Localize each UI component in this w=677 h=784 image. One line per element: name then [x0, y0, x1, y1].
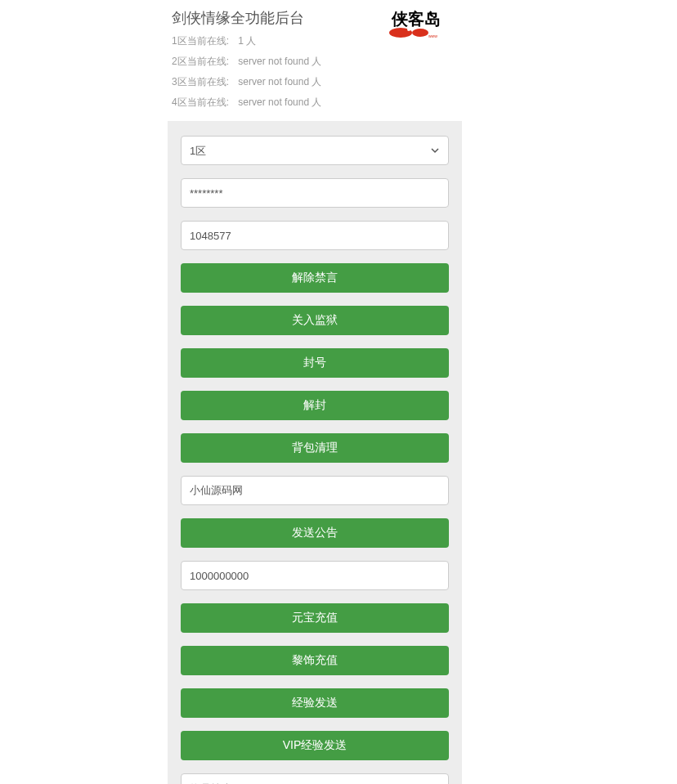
online-value: server not found 人: [238, 76, 321, 87]
svg-point-2: [412, 29, 428, 37]
online-status-zone-2: 2区当前在线: server not found 人: [172, 55, 677, 69]
vip-exp-send-button[interactable]: VIP经验发送: [181, 731, 449, 760]
online-status-zone-3: 3区当前在线: server not found 人: [172, 75, 677, 89]
amount-input[interactable]: [181, 561, 449, 590]
lishi-recharge-button[interactable]: 黎饰充值: [181, 646, 449, 675]
password-input[interactable]: [181, 178, 449, 208]
announce-input[interactable]: [181, 476, 449, 505]
player-id-input[interactable]: [181, 221, 449, 250]
online-value: server not found 人: [238, 56, 321, 67]
item-search-input[interactable]: [181, 773, 449, 784]
svg-point-3: [407, 28, 410, 31]
admin-panel: 1区 解除禁言 关入监狱 封号 解封 背包清理 发送公告 元宝充值 黎饰充值 经…: [168, 121, 462, 784]
logo-image: 侠客岛 www: [384, 7, 448, 41]
unban-button[interactable]: 解封: [181, 391, 449, 420]
clear-bag-button[interactable]: 背包清理: [181, 433, 449, 463]
online-value: server not found 人: [238, 96, 321, 108]
zone-select[interactable]: 1区: [181, 136, 449, 165]
online-label: 3区当前在线:: [172, 76, 229, 87]
online-value: 1 人: [238, 35, 256, 47]
header: 剑侠情缘全功能后台 1区当前在线: 1 人 2区当前在线: server not…: [0, 0, 677, 121]
online-label: 1区当前在线:: [172, 35, 229, 47]
yuanbao-recharge-button[interactable]: 元宝充值: [181, 603, 449, 633]
send-announce-button[interactable]: 发送公告: [181, 518, 449, 548]
online-label: 2区当前在线:: [172, 56, 229, 67]
ban-button[interactable]: 封号: [181, 348, 449, 378]
online-status-zone-4: 4区当前在线: server not found 人: [172, 96, 677, 110]
svg-text:www: www: [428, 34, 437, 38]
svg-text:侠客岛: 侠客岛: [391, 10, 441, 28]
exp-send-button[interactable]: 经验发送: [181, 688, 449, 718]
online-label: 4区当前在线:: [172, 96, 229, 108]
unmute-button[interactable]: 解除禁言: [181, 263, 449, 293]
jail-button[interactable]: 关入监狱: [181, 306, 449, 335]
